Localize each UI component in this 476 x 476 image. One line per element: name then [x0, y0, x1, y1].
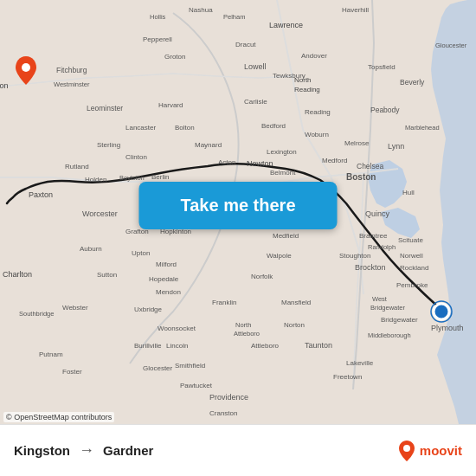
svg-text:Worcester: Worcester [82, 209, 118, 218]
svg-text:Hull: Hull [402, 189, 415, 196]
svg-text:Reading: Reading [294, 86, 320, 93]
svg-text:Berlin: Berlin [151, 173, 169, 181]
moovit-brand-text: moovit [420, 443, 462, 458]
svg-text:Melrose: Melrose [344, 139, 370, 147]
osm-credit: © OpenStreetMap contributors [3, 412, 114, 422]
svg-text:Dracut: Dracut [235, 41, 256, 48]
svg-text:Hollis: Hollis [150, 13, 166, 21]
svg-text:Norwell: Norwell [400, 252, 423, 260]
svg-text:Providence: Providence [209, 393, 248, 402]
svg-text:Chelsea: Chelsea [357, 162, 383, 170]
svg-text:Pepperell: Pepperell [143, 35, 172, 43]
svg-text:Scituate: Scituate [398, 236, 423, 244]
moovit-pin-icon [397, 440, 416, 462]
svg-text:Fitchburg: Fitchburg [56, 66, 87, 74]
svg-text:Burillville: Burillville [134, 342, 162, 350]
svg-text:Bridgewater: Bridgewater [381, 316, 418, 324]
svg-text:Charlton: Charlton [3, 270, 32, 279]
svg-text:Harvard: Harvard [158, 101, 183, 109]
svg-text:Peabody: Peabody [370, 106, 400, 114]
svg-text:Carlisle: Carlisle [244, 98, 267, 106]
svg-text:Attleboro: Attleboro [234, 330, 260, 338]
svg-text:Freetown: Freetown [333, 373, 362, 381]
svg-text:Norfolk: Norfolk [251, 273, 273, 280]
svg-text:Braintree: Braintree [359, 232, 388, 240]
svg-text:Clinton: Clinton [125, 153, 147, 161]
svg-text:Stoughton: Stoughton [339, 252, 370, 260]
svg-text:Groton: Groton [164, 53, 185, 61]
svg-text:Gloucester: Gloucester [435, 42, 467, 49]
svg-text:Belmont: Belmont [270, 169, 296, 177]
from-location: Kingston [14, 443, 70, 458]
svg-text:Hopedale: Hopedale [149, 275, 179, 283]
svg-text:ton: ton [0, 81, 9, 90]
svg-text:Bridgewater: Bridgewater [370, 304, 406, 312]
svg-text:Uxbridge: Uxbridge [134, 306, 163, 313]
svg-text:Medford: Medford [322, 157, 347, 164]
route-info: Kingston → Gardner [14, 441, 153, 460]
svg-point-100 [434, 304, 449, 319]
svg-text:Nashua: Nashua [189, 6, 213, 14]
svg-text:Attleboro: Attleboro [251, 342, 280, 350]
svg-text:Leominster: Leominster [87, 104, 123, 113]
svg-text:Auburn: Auburn [80, 245, 102, 253]
svg-text:Lincoln: Lincoln [166, 342, 188, 350]
svg-text:Pelham: Pelham [223, 13, 245, 21]
svg-text:Pawtucket: Pawtucket [180, 382, 213, 389]
svg-text:Brockton: Brockton [355, 263, 386, 272]
svg-text:Boylston: Boylston [119, 174, 145, 182]
svg-text:Southbridge: Southbridge [19, 310, 54, 318]
svg-text:Franklin: Franklin [212, 299, 236, 306]
svg-point-103 [403, 445, 410, 452]
to-location: Gardner [103, 443, 153, 458]
svg-text:Glocester: Glocester [143, 364, 173, 372]
svg-text:Bolton: Bolton [175, 124, 195, 132]
svg-text:Boston: Boston [346, 172, 376, 182]
svg-text:Lancaster: Lancaster [125, 124, 156, 132]
svg-text:Randolph: Randolph [368, 243, 396, 251]
svg-text:Mendon: Mendon [156, 288, 181, 296]
map-container: Lawrence North Reading Paxton Newton Cha… [0, 0, 476, 424]
svg-text:Westminster: Westminster [54, 80, 90, 88]
svg-text:Sutton: Sutton [97, 271, 117, 279]
svg-text:Holden: Holden [85, 176, 106, 183]
take-me-there-button[interactable]: Take me there [138, 182, 337, 229]
svg-text:Putnam: Putnam [39, 351, 63, 358]
svg-text:Haverhill: Haverhill [342, 6, 369, 14]
svg-text:Foster: Foster [62, 368, 82, 376]
svg-text:Norton: Norton [284, 321, 305, 329]
svg-text:Milford: Milford [156, 261, 177, 268]
svg-text:Plymouth: Plymouth [431, 324, 464, 332]
svg-point-102 [22, 63, 30, 72]
svg-text:Andover: Andover [301, 52, 327, 60]
svg-text:Upton: Upton [132, 249, 150, 257]
svg-text:Walpole: Walpole [267, 252, 292, 260]
svg-text:Acton: Acton [218, 158, 235, 166]
svg-text:Lowell: Lowell [244, 62, 267, 71]
svg-text:Lexington: Lexington [267, 148, 297, 156]
svg-text:Marblehead: Marblehead [405, 124, 440, 132]
svg-text:Tewksbury: Tewksbury [273, 72, 306, 80]
svg-text:Pembroke: Pembroke [396, 281, 428, 289]
svg-text:West: West [372, 295, 388, 303]
svg-text:Sterling: Sterling [97, 141, 120, 149]
svg-text:Paxton: Paxton [29, 190, 53, 199]
svg-text:Beverly: Beverly [400, 78, 425, 87]
svg-text:Middleborough: Middleborough [368, 331, 411, 339]
svg-text:Topsfield: Topsfield [368, 63, 396, 71]
svg-text:Rutland: Rutland [65, 163, 89, 170]
svg-text:North: North [235, 321, 251, 329]
svg-text:Maynard: Maynard [195, 141, 222, 149]
svg-text:Lynn: Lynn [388, 142, 404, 151]
svg-text:Newton: Newton [247, 159, 273, 168]
svg-text:Webster: Webster [62, 304, 88, 312]
svg-text:Lawrence: Lawrence [269, 21, 303, 29]
svg-text:Rockland: Rockland [400, 264, 428, 272]
svg-text:Reading: Reading [305, 108, 331, 116]
moovit-logo: moovit [397, 440, 462, 462]
route-arrow-icon: → [79, 441, 94, 460]
svg-text:Taunton: Taunton [305, 341, 332, 350]
svg-text:Bedford: Bedford [261, 122, 286, 130]
svg-text:Mansfield: Mansfield [281, 299, 311, 306]
footer: Kingston → Gardner moovit [0, 424, 476, 476]
